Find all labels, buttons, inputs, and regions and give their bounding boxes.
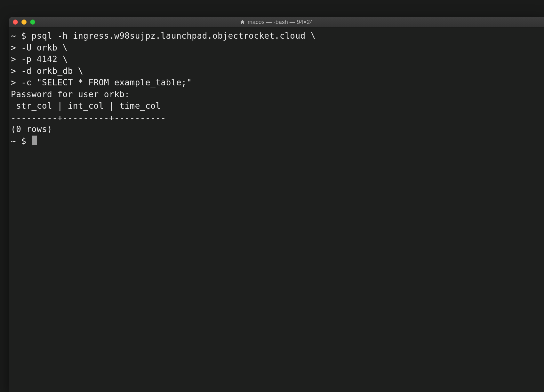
terminal-cursor [32, 136, 37, 145]
terminal-line: ~ $ psql -h ingress.w98sujpz.launchpad.o… [11, 30, 542, 42]
window-title-text: macos — -bash — 94×24 [248, 19, 313, 26]
window-title-bar[interactable]: macos — -bash — 94×24 [9, 17, 544, 27]
terminal-line: Password for user orkb: [11, 89, 542, 100]
home-icon [240, 20, 245, 25]
terminal-line: (0 rows) [11, 123, 542, 135]
terminal-line: > -U orkb \ [11, 42, 542, 54]
traffic-lights [13, 20, 35, 25]
terminal-line: str_col | int_col | time_col [11, 100, 542, 112]
window-title: macos — -bash — 94×24 [240, 19, 313, 26]
zoom-button[interactable] [30, 20, 35, 25]
terminal-line: > -p 4142 \ [11, 53, 542, 65]
terminal-prompt: ~ $ [11, 136, 32, 146]
minimize-button[interactable] [21, 20, 27, 25]
terminal-body[interactable]: ~ $ psql -h ingress.w98sujpz.launchpad.o… [9, 27, 544, 392]
close-button[interactable] [13, 20, 18, 25]
terminal-line: ---------+---------+---------- [11, 112, 542, 124]
terminal-line: > -d orkb_db \ [11, 65, 542, 77]
terminal-line: > -c "SELECT * FROM example_table;" [11, 77, 542, 89]
terminal-window: macos — -bash — 94×24 ~ $ psql -h ingres… [9, 17, 544, 392]
terminal-prompt-line: ~ $ [11, 135, 542, 147]
